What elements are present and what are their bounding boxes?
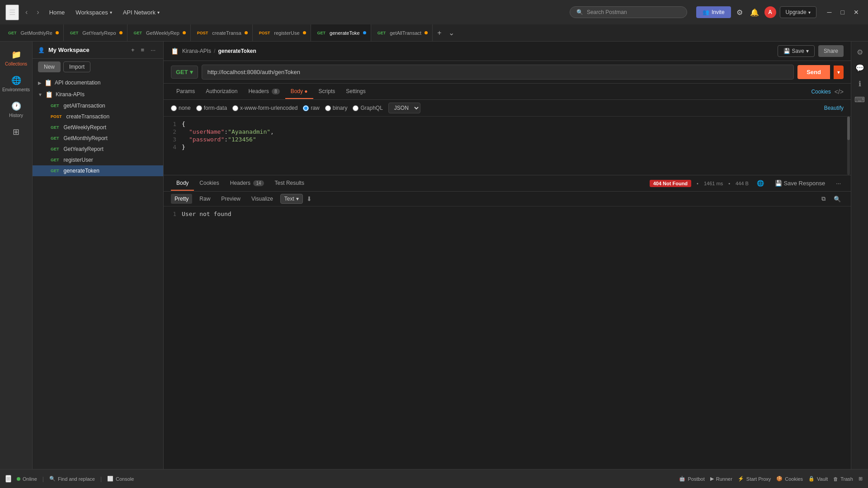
new-collection-button[interactable]: + xyxy=(129,45,137,55)
right-sidebar-chat-button[interactable]: 💬 xyxy=(853,61,867,75)
maximize-button[interactable]: □ xyxy=(837,7,848,18)
home-link[interactable]: Home xyxy=(46,7,69,18)
format-select[interactable]: JSON Text XML HTML xyxy=(388,103,420,113)
radio-formdata-input[interactable] xyxy=(196,105,202,111)
tab-scripts[interactable]: Scripts xyxy=(313,84,341,99)
right-sidebar-settings-button[interactable]: ⚙ xyxy=(854,45,866,59)
scrollbar-track[interactable] xyxy=(847,117,850,175)
resp-view-preview[interactable]: Preview xyxy=(217,194,244,204)
radio-urlencoded-input[interactable] xyxy=(232,105,238,111)
tab-post-register[interactable]: POST registerUse xyxy=(253,24,311,41)
radio-graphql[interactable]: GraphQL xyxy=(353,105,382,111)
start-proxy-button[interactable]: ⚡ Start Proxy xyxy=(738,476,771,482)
save-response-button[interactable]: 💾 Save Response xyxy=(772,178,828,188)
tree-item-generatetoken[interactable]: GET generateToken xyxy=(33,165,163,176)
forward-button[interactable]: › xyxy=(34,6,42,18)
tree-item-getalltransaction[interactable]: GET getAllTransaction xyxy=(33,100,163,111)
api-network-dropdown[interactable]: API Network xyxy=(119,7,163,18)
beautify-button[interactable]: Beautify xyxy=(824,105,844,111)
code-editor[interactable]: 1 { 2 "userName":"Ayaanadmin", 3 "passwo… xyxy=(164,117,851,175)
vault-button[interactable]: 🔒 Vault xyxy=(808,476,828,482)
send-dropdown-button[interactable]: ▾ xyxy=(834,66,844,79)
resp-view-visualize[interactable]: Visualize xyxy=(248,194,277,204)
tab-get-generate[interactable]: GET generateToke xyxy=(311,24,371,41)
copy-response-button[interactable]: ⧉ xyxy=(819,194,828,204)
search-bar[interactable]: 🔍 Search Postman xyxy=(570,6,687,18)
radio-binary[interactable]: binary xyxy=(325,105,348,111)
find-replace-button[interactable]: 🔍 Find and replace xyxy=(49,476,95,482)
right-sidebar-info-button[interactable]: ℹ xyxy=(856,77,864,91)
postbot-button[interactable]: 🤖 Postbot xyxy=(679,476,704,482)
tab-get-yearly[interactable]: GET GetYearlyRepo xyxy=(64,24,127,41)
sidebar-item-history[interactable]: 🕐 History xyxy=(0,97,32,122)
filter-collections-button[interactable]: ≡ xyxy=(139,45,147,55)
method-selector[interactable]: GET ▾ xyxy=(171,66,198,79)
sidebar-item-addons[interactable]: ⊞ xyxy=(0,122,32,141)
tab-get-monthly[interactable]: GET GetMonthlyRe xyxy=(2,24,64,41)
close-button[interactable]: ✕ xyxy=(850,7,863,18)
resp-view-pretty[interactable]: Pretty xyxy=(171,194,192,204)
tab-get-alltransact[interactable]: GET getAllTransact xyxy=(371,24,433,41)
tab-settings[interactable]: Settings xyxy=(340,84,371,99)
radio-formdata[interactable]: form-data xyxy=(196,105,227,111)
send-button[interactable]: Send xyxy=(797,65,830,79)
radio-urlencoded[interactable]: x-www-form-urlencoded xyxy=(232,105,297,111)
more-options-button[interactable]: ··· xyxy=(148,45,158,55)
grid-button[interactable]: ⊞ xyxy=(859,476,863,482)
code-view-button[interactable]: </> xyxy=(835,88,844,95)
back-button[interactable]: ‹ xyxy=(23,6,30,18)
response-more-button[interactable]: ··· xyxy=(833,178,844,188)
radio-raw[interactable]: raw xyxy=(303,105,319,111)
tree-item-kirana[interactable]: ▼ 📋 Kirana-APIs xyxy=(33,89,163,100)
tab-body[interactable]: Body ● xyxy=(285,84,313,99)
tree-item-createtransaction[interactable]: POST createTransaction xyxy=(33,111,163,122)
tab-authorization[interactable]: Authorization xyxy=(200,84,243,99)
runner-button[interactable]: ▶ Runner xyxy=(710,476,732,482)
resp-view-raw[interactable]: Raw xyxy=(196,194,214,204)
new-button[interactable]: New xyxy=(38,61,61,72)
resp-tab-test-results[interactable]: Test Results xyxy=(269,176,310,191)
workspaces-dropdown[interactable]: Workspaces xyxy=(72,7,115,18)
tree-item-getyearly[interactable]: GET GetYearlyReport xyxy=(33,144,163,155)
sidebar-toggle-button[interactable]: ⊞ xyxy=(5,475,11,483)
import-button[interactable]: Import xyxy=(63,61,90,72)
tab-params[interactable]: Params xyxy=(171,84,200,99)
cookies-button[interactable]: Cookies xyxy=(811,88,830,95)
invite-button[interactable]: 👥 Invite xyxy=(696,6,731,18)
scrollbar-thumb[interactable] xyxy=(847,117,850,140)
cookies-status-button[interactable]: 🍪 Cookies xyxy=(776,476,803,482)
tab-headers[interactable]: Headers 8 xyxy=(243,84,285,99)
sidebar-item-collections[interactable]: 📁 Collections xyxy=(0,45,32,71)
upgrade-button[interactable]: Upgrade ▾ xyxy=(780,6,816,18)
format-dropdown[interactable]: Text ▾ xyxy=(280,194,303,204)
resp-tab-cookies[interactable]: Cookies xyxy=(194,176,224,191)
resp-tab-body[interactable]: Body xyxy=(171,176,194,191)
radio-binary-input[interactable] xyxy=(325,105,331,111)
settings-button[interactable]: ⚙ xyxy=(735,6,745,19)
save-button[interactable]: 💾 Save ▾ xyxy=(778,45,815,57)
trash-button[interactable]: 🗑 Trash xyxy=(833,476,853,482)
radio-none[interactable]: none xyxy=(171,105,191,111)
tab-get-weekly[interactable]: GET GetWeeklyRep xyxy=(127,24,191,41)
minimize-button[interactable]: ─ xyxy=(824,7,835,18)
right-sidebar-keyboard-button[interactable]: ⌨ xyxy=(852,93,868,107)
sidebar-item-environments[interactable]: 🌐 Environments xyxy=(0,71,32,97)
notifications-button[interactable]: 🔔 xyxy=(748,6,761,19)
tree-item-getmonthly[interactable]: GET GetMonthlyReport xyxy=(33,133,163,144)
tab-post-create[interactable]: POST createTransa xyxy=(191,24,253,41)
resp-tab-headers[interactable]: Headers 14 xyxy=(225,176,269,191)
tabs-overflow-button[interactable]: ⌄ xyxy=(446,28,457,38)
share-button[interactable]: Share xyxy=(818,45,844,57)
tree-item-api-doc[interactable]: ▶ 📋 API documentation xyxy=(33,77,163,89)
tree-item-getweekly[interactable]: GET GetWeeklyReport xyxy=(33,122,163,133)
hamburger-menu-button[interactable]: ☰ xyxy=(5,5,19,20)
filter-icon[interactable]: ⬇ xyxy=(307,195,312,202)
radio-none-input[interactable] xyxy=(171,105,177,111)
radio-graphql-input[interactable] xyxy=(353,105,359,111)
radio-raw-input[interactable] xyxy=(303,105,309,111)
add-tab-button[interactable]: + xyxy=(434,28,444,38)
avatar[interactable]: A xyxy=(764,6,776,18)
console-button[interactable]: ⬜ Console xyxy=(107,476,134,482)
url-input[interactable] xyxy=(202,65,794,80)
response-globe-button[interactable]: 🌐 xyxy=(754,178,767,188)
